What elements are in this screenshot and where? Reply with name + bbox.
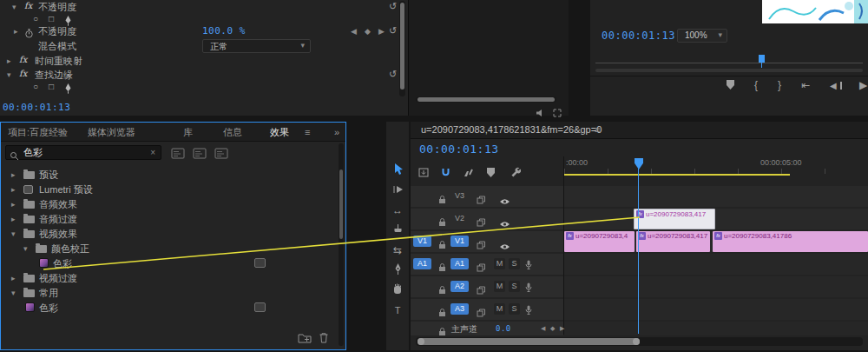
fit-zoom-icon[interactable] — [553, 105, 562, 121]
ellipse-mask-icon[interactable]: ○ — [33, 81, 38, 92]
clip-v1-1[interactable]: fxu=2090729083,4 — [564, 231, 635, 252]
playhead-line[interactable] — [638, 169, 639, 334]
source-patch-v1[interactable]: V1 — [413, 236, 431, 247]
timeline-settings-wrench-icon[interactable] — [510, 165, 521, 181]
track-target-v2[interactable]: V2 — [450, 213, 469, 224]
step-back-icon[interactable]: ◀ — [830, 80, 837, 92]
scrollbar-thumb[interactable] — [400, 3, 404, 90]
twirl-open-icon[interactable]: ▾ — [12, 3, 16, 11]
twirl-closed-icon[interactable]: ▸ — [14, 27, 18, 36]
lock-icon[interactable] — [438, 305, 446, 321]
sync-lock-icon[interactable] — [477, 192, 486, 208]
sync-lock-icon[interactable] — [477, 215, 486, 230]
go-to-in-icon[interactable]: ⇤ — [801, 79, 810, 91]
track-target-a2[interactable]: A2 — [450, 281, 469, 292]
rect-mask-icon[interactable]: □ — [49, 13, 54, 24]
program-scrubber-track[interactable] — [595, 63, 863, 63]
twirl-open-icon[interactable]: ▾ — [23, 244, 28, 253]
track-select-tool-icon[interactable] — [386, 183, 409, 201]
tree-item-video-transitions[interactable]: ▸视频过渡 — [1, 271, 336, 286]
next-keyframe-icon[interactable]: ▶ — [560, 325, 564, 332]
tab-media-browser[interactable]: 媒体浏览器 — [88, 123, 135, 142]
scrollbar-track[interactable] — [339, 143, 344, 346]
stopwatch-icon[interactable] — [24, 26, 34, 42]
selection-tool-icon[interactable] — [386, 163, 409, 181]
effect-filter-badge-icon[interactable] — [171, 147, 185, 163]
type-tool-icon[interactable]: T — [386, 303, 409, 321]
new-bin-icon[interactable] — [298, 331, 312, 347]
tab-project[interactable]: 项目:百度经验 — [8, 123, 68, 142]
lock-icon[interactable] — [438, 260, 446, 276]
lock-icon[interactable] — [438, 282, 446, 298]
twirl-open-icon[interactable]: ▾ — [7, 70, 11, 79]
linked-selection-icon[interactable] — [464, 165, 474, 181]
add-marker-icon[interactable] — [727, 80, 734, 90]
toggle-output-eye-icon[interactable] — [499, 238, 510, 254]
ellipse-mask-icon[interactable]: ○ — [33, 13, 38, 24]
scrollbar-track[interactable] — [416, 96, 556, 103]
tree-item-frequently-used[interactable]: ▾常用 — [1, 286, 336, 301]
zoom-handle-right[interactable] — [633, 338, 640, 345]
source-patch-a1[interactable]: A1 — [413, 258, 431, 269]
play-icon[interactable]: ▶ — [859, 79, 867, 91]
track-lane-a3[interactable] — [564, 299, 868, 320]
nest-toggle-icon[interactable] — [418, 165, 429, 181]
blend-mode-dropdown[interactable]: 正常 ▾ — [202, 39, 311, 53]
search-input[interactable] — [23, 147, 136, 158]
reset-effect-icon[interactable]: ↺ — [389, 69, 397, 79]
sync-lock-icon[interactable] — [477, 282, 486, 298]
prev-keyframe-icon[interactable]: ◀ — [541, 325, 545, 332]
scrollbar-thumb[interactable] — [339, 169, 343, 239]
track-lane-v2[interactable] — [564, 209, 868, 229]
timeline-timecode[interactable]: 00:00:01:13 — [419, 143, 499, 156]
effect-filter-badge-icon[interactable] — [214, 147, 228, 163]
sync-lock-icon[interactable] — [477, 260, 486, 276]
track-lane-a1[interactable] — [564, 254, 868, 275]
add-marker-icon[interactable] — [487, 165, 495, 181]
tree-item-presets[interactable]: ▸预设 — [1, 168, 336, 183]
hand-tool-icon[interactable] — [386, 283, 409, 301]
twirl-closed-icon[interactable]: ▸ — [11, 200, 16, 209]
mute-button[interactable]: M — [494, 258, 505, 269]
track-target-v1[interactable]: V1 — [450, 236, 469, 247]
twirl-closed-icon[interactable]: ▸ — [11, 185, 16, 194]
lock-icon[interactable] — [438, 192, 446, 208]
opacity-value[interactable]: 100.0 % — [202, 25, 246, 37]
fx-badge-icon[interactable]: fx — [19, 69, 27, 79]
tab-overflow-icon[interactable]: » — [334, 123, 339, 142]
track-target-a3[interactable]: A3 — [450, 303, 469, 315]
program-zoom-scrollbar[interactable] — [595, 69, 863, 72]
tab-libraries[interactable]: 库 — [183, 123, 193, 142]
solo-button[interactable]: S — [509, 258, 520, 269]
add-keyframe-icon[interactable]: ◆ — [365, 27, 371, 36]
snap-magnet-icon[interactable] — [441, 165, 450, 181]
timeline-zoom-scrollbar-thumb[interactable] — [418, 338, 640, 345]
lock-icon[interactable] — [438, 237, 446, 253]
twirl-closed-icon[interactable]: ▸ — [7, 56, 11, 65]
tree-item-lumetri-presets[interactable]: ▸Lumetri 预设 — [1, 183, 336, 197]
twirl-closed-icon[interactable]: ▸ — [11, 215, 16, 223]
tree-item-tint-effect[interactable]: 色彩 — [1, 301, 336, 315]
ripple-edit-tool-icon[interactable]: ↔ — [386, 203, 409, 221]
panel-menu-icon[interactable]: ≡ — [595, 124, 600, 135]
next-keyframe-icon[interactable]: ▶ — [378, 27, 385, 36]
track-lane-v3[interactable] — [564, 186, 868, 207]
clip-v2[interactable]: fxu=2090729083,417 — [634, 209, 715, 229]
prev-keyframe-icon[interactable]: ◀ — [351, 27, 357, 36]
zoom-handle-left[interactable] — [418, 338, 424, 345]
solo-button[interactable]: S — [509, 281, 520, 292]
program-timecode[interactable]: 00:00:01:13 — [602, 30, 675, 42]
solo-button[interactable]: S — [509, 303, 520, 315]
pen-tool-icon[interactable] — [386, 263, 409, 281]
timeline-zoom-scrollbar-track[interactable] — [416, 337, 863, 346]
tab-effects[interactable]: 效果 — [270, 123, 289, 142]
add-keyframe-icon[interactable]: ◆ — [550, 325, 555, 332]
twirl-closed-icon[interactable]: ▸ — [11, 170, 16, 179]
reset-effect-icon[interactable]: ↺ — [389, 1, 397, 11]
timeline-ruler[interactable]: :00:00 00:00:05:00 — [564, 156, 868, 174]
clip-v1-3[interactable]: fxu=2090729083,41786 — [713, 231, 868, 252]
timeline-tab-title[interactable]: u=2090729083,4178621831&fm=26&gp=0 — [421, 124, 602, 135]
scrollbar-thumb[interactable] — [418, 97, 555, 102]
scrollbar-track[interactable] — [399, 1, 405, 96]
sync-lock-icon[interactable] — [477, 305, 486, 321]
